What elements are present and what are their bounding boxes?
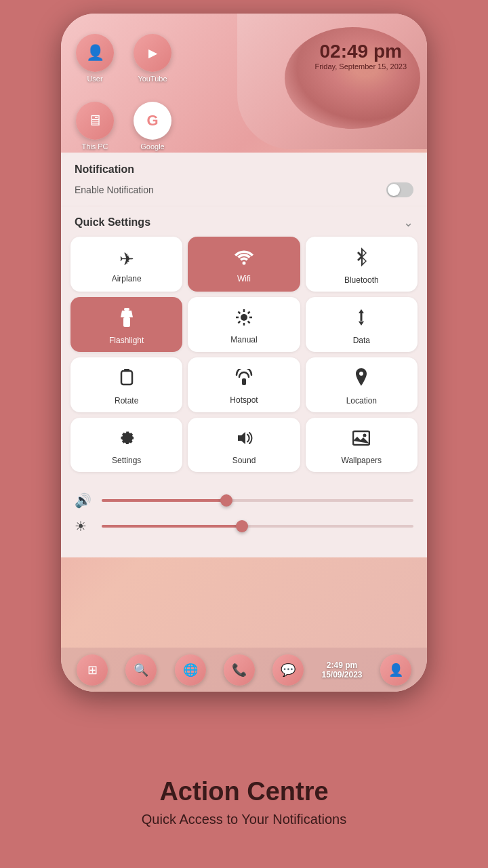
wallpaper-icon [352,429,370,452]
qs-btn-manual[interactable]: Manual [188,297,300,352]
dock-icon-browser[interactable]: 🌐 [175,654,206,686]
qs-btn-wallpapers[interactable]: Wallpapers [306,418,418,472]
qs-btn-wifi[interactable]: Wifi [188,237,300,292]
qs-btn-hotspot[interactable]: Hotspot [188,357,300,412]
volume-track[interactable] [102,499,413,502]
desktop-icon-thispc[interactable]: 🖥 This PC [68,102,122,151]
dock-icon-user[interactable]: 👤 [380,654,411,686]
qs-label-manual: Manual [230,335,257,344]
brightness-slider-row: ☀ [75,518,413,534]
svg-rect-4 [125,319,129,320]
svg-line-13 [238,321,240,323]
quick-settings-grid: ✈ Airplane Wifi [61,237,427,481]
qs-btn-bluetooth[interactable]: Bluetooth [306,237,418,292]
enable-notification-label: Enable Notification [75,184,154,195]
desktop-icon-youtube[interactable]: ▶ YouTube [125,34,180,83]
svg-rect-17 [242,378,246,385]
qs-label-wallpapers: Wallpapers [342,456,382,465]
qs-label-location: Location [346,396,377,406]
qs-label-airplane: Airplane [112,274,142,283]
quick-settings-title: Quick Settings [75,216,150,229]
svg-point-0 [242,262,245,265]
dock-icon-phone[interactable]: 📞 [224,654,255,686]
svg-point-20 [363,433,367,437]
flashlight-icon [119,308,134,332]
rotate-icon [119,368,135,392]
svg-marker-18 [238,432,245,444]
qs-label-bluetooth: Bluetooth [344,275,379,285]
bottom-dock: ⊞ 🔍 🌐 📞 💬 2:49 pm 15/09/2023 👤 [61,648,427,692]
volume-slider-row: 🔊 [75,492,413,509]
notification-toggle[interactable] [386,182,413,197]
qs-label-hotspot: Hotspot [230,395,258,405]
qs-btn-settings[interactable]: Settings [70,418,182,472]
dock-icon-search[interactable]: 🔍 [125,654,157,686]
notification-row: Enable Notification [75,182,413,197]
clock-time: 02:49 pm [314,41,407,62]
volume-icon: 🔊 [75,492,94,509]
data-icon [354,308,369,332]
svg-line-12 [248,312,250,314]
qs-label-data: Data [353,336,370,345]
desktop-icon-user[interactable]: 👤 User [68,34,122,83]
svg-line-11 [248,321,250,323]
desktop-icon-google[interactable]: G Google [125,102,180,151]
hotspot-icon [235,369,253,391]
clock-area: 02:49 pm Friday, September 15, 2023 [314,41,407,71]
qs-btn-airplane[interactable]: ✈ Airplane [70,237,182,292]
location-icon [354,368,369,392]
settings-icon [118,429,136,452]
dock-icon-messages[interactable]: 💬 [272,654,304,686]
quick-settings-section: Quick Settings ⌄ ✈ Airplane [61,207,427,481]
clock-date: Friday, September 15, 2023 [314,62,407,71]
qs-btn-location[interactable]: Location [306,357,418,412]
qs-label-rotate: Rotate [115,396,138,406]
bottom-text-area: Action Centre Quick Access to Your Notif… [0,777,488,827]
wifi-icon [235,249,253,270]
sound-icon [235,429,253,452]
quick-settings-header: Quick Settings ⌄ [61,207,427,237]
qs-btn-rotate[interactable]: Rotate [70,357,182,412]
qs-label-flashlight: Flashlight [109,336,144,345]
sliders-area: 🔊 ☀ [61,481,427,557]
qs-btn-flashlight[interactable]: Flashlight [70,297,182,352]
qs-label-settings: Settings [112,456,141,465]
svg-rect-14 [361,313,363,321]
svg-rect-1 [124,308,129,311]
svg-line-10 [238,312,240,314]
svg-point-5 [241,314,247,321]
action-centre-subtitle: Quick Access to Your Notifications [0,812,488,827]
brightness-icon: ☀ [75,518,94,534]
bluetooth-icon [354,248,368,271]
chevron-down-icon[interactable]: ⌄ [403,215,413,230]
dock-icon-grid[interactable]: ⊞ [77,654,108,686]
qs-label-wifi: Wifi [237,274,251,283]
svg-marker-2 [121,311,133,317]
qs-btn-sound[interactable]: Sound [188,418,300,472]
toggle-knob [388,184,400,196]
qs-label-sound: Sound [232,456,256,465]
dock-time: 2:49 pm 15/09/2023 [321,660,362,679]
svg-rect-15 [121,371,132,384]
notification-section: Notification Enable Notification [61,153,427,205]
sun-icon [235,309,253,331]
brightness-track[interactable] [102,525,413,528]
action-centre-title: Action Centre [0,777,488,806]
phone-frame: 02:49 pm Friday, September 15, 2023 👤 Us… [61,14,427,692]
airplane-icon: ✈ [119,249,134,270]
svg-rect-16 [124,369,129,372]
top-image-area [237,14,427,149]
qs-btn-data[interactable]: Data [306,297,418,352]
panel-overlay: Notification Enable Notification Quick S… [61,153,427,557]
notification-title: Notification [75,163,413,176]
